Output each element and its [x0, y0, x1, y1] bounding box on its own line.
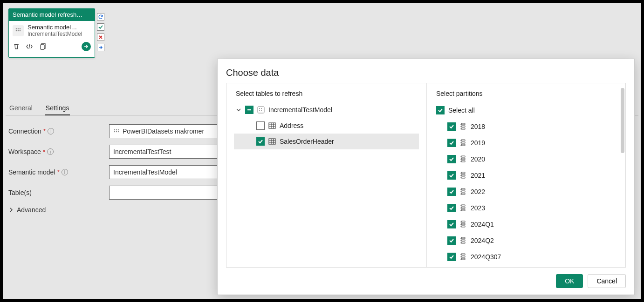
- svg-rect-33: [461, 188, 465, 190]
- svg-rect-28: [461, 158, 465, 160]
- model-checkbox[interactable]: [245, 106, 253, 114]
- partition-row[interactable]: 2021: [436, 167, 616, 183]
- chevron-right-icon: [8, 207, 14, 213]
- partition-row[interactable]: 2023: [436, 200, 616, 216]
- semanticmodel-label: Semantic model* i: [8, 168, 109, 176]
- svg-point-7: [114, 129, 115, 130]
- workspace-label: Workspace* i: [8, 148, 109, 155]
- partition-list: Select all 2018 2019 2020 2021: [427, 102, 625, 267]
- activity-card[interactable]: Semantic model refresh… Semantic model… …: [8, 8, 95, 58]
- partition-row[interactable]: 2020: [436, 151, 616, 167]
- partition-row[interactable]: 2024Q1: [436, 216, 616, 232]
- svg-rect-24: [461, 140, 465, 141]
- table-label: SalesOrderHeader: [280, 138, 334, 145]
- svg-rect-14: [258, 107, 264, 113]
- table-row[interactable]: Address: [234, 118, 419, 134]
- partition-label: 2024Q2: [471, 237, 494, 244]
- info-icon[interactable]: i: [48, 128, 54, 134]
- info-icon[interactable]: i: [62, 169, 68, 175]
- svg-rect-13: [247, 109, 251, 110]
- partition-checkbox[interactable]: [447, 204, 456, 212]
- svg-rect-26: [461, 144, 465, 146]
- ok-button[interactable]: OK: [556, 274, 583, 288]
- svg-rect-34: [461, 191, 465, 192]
- scrollbar[interactable]: [621, 88, 624, 153]
- partition-checkbox[interactable]: [447, 188, 456, 196]
- partitions-pane: Select partitions Select all 2018 2019: [427, 83, 625, 267]
- svg-rect-22: [461, 126, 465, 127]
- cancel-button[interactable]: Cancel: [588, 274, 626, 288]
- svg-point-4: [18, 30, 19, 31]
- partition-checkbox[interactable]: [447, 122, 456, 131]
- tables-tree: IncrementalTestModel Address SalesOrderH…: [226, 102, 426, 154]
- svg-rect-23: [461, 128, 465, 129]
- run-button[interactable]: [82, 42, 91, 51]
- svg-rect-30: [461, 172, 465, 174]
- table-row[interactable]: SalesOrderHeader: [234, 134, 419, 149]
- svg-rect-19: [269, 123, 275, 128]
- table-icon: [268, 138, 276, 145]
- model-node[interactable]: IncrementalTestModel: [234, 102, 419, 118]
- delete-icon[interactable]: [13, 43, 20, 50]
- table-checkbox[interactable]: [256, 137, 265, 146]
- svg-rect-38: [461, 209, 465, 211]
- partition-row[interactable]: 2024Q2: [436, 232, 616, 248]
- partition-row[interactable]: 2024Q307: [436, 248, 616, 265]
- skip-status-icon: [97, 44, 104, 51]
- svg-rect-46: [461, 256, 465, 257]
- select-all-checkbox[interactable]: [436, 106, 445, 114]
- svg-point-15: [259, 108, 260, 109]
- partition-row[interactable]: 2019: [436, 134, 616, 151]
- partition-label: 2021: [471, 172, 485, 179]
- success-status-icon: [97, 23, 104, 31]
- svg-point-3: [16, 30, 17, 31]
- dataset-icon: [13, 25, 24, 36]
- svg-rect-29: [461, 161, 465, 162]
- svg-rect-20: [269, 139, 275, 144]
- partition-checkbox[interactable]: [447, 220, 456, 228]
- svg-rect-35: [461, 193, 465, 195]
- tables-pane-title: Select tables to refresh: [226, 83, 426, 102]
- partition-icon: [459, 139, 467, 147]
- partition-icon: [459, 237, 467, 244]
- partition-label: 2019: [471, 139, 485, 147]
- svg-rect-31: [461, 174, 465, 176]
- svg-point-2: [20, 28, 21, 29]
- choose-data-dialog: Choose data Select tables to refresh Inc…: [217, 59, 635, 295]
- svg-point-17: [259, 110, 260, 111]
- activity-body: Semantic model… IncrementalTestModel: [9, 21, 95, 40]
- partition-checkbox[interactable]: [447, 139, 456, 147]
- select-all-row[interactable]: Select all: [436, 102, 616, 118]
- partition-checkbox[interactable]: [447, 155, 456, 163]
- tab-general[interactable]: General: [8, 101, 34, 115]
- partition-label: 2020: [471, 155, 485, 163]
- table-label: Address: [280, 122, 303, 129]
- svg-point-11: [116, 131, 117, 132]
- svg-point-18: [261, 110, 262, 111]
- tab-settings[interactable]: Settings: [45, 101, 70, 115]
- svg-point-9: [118, 129, 119, 130]
- partition-checkbox[interactable]: [447, 236, 456, 245]
- svg-rect-41: [461, 226, 465, 227]
- svg-point-5: [20, 30, 21, 31]
- svg-rect-45: [461, 254, 465, 255]
- partition-row[interactable]: 2018: [436, 118, 616, 134]
- svg-rect-32: [461, 177, 465, 178]
- partition-icon: [459, 253, 467, 261]
- tables-pane: Select tables to refresh IncrementalTest…: [226, 83, 427, 267]
- code-icon[interactable]: [26, 43, 33, 50]
- copy-icon[interactable]: [39, 43, 46, 50]
- partition-label: 2018: [471, 123, 485, 130]
- partition-row[interactable]: 2022: [436, 183, 616, 200]
- partition-icon: [459, 155, 467, 163]
- info-icon[interactable]: i: [47, 148, 54, 155]
- select-all-label: Select all: [448, 107, 475, 114]
- svg-rect-36: [461, 205, 465, 206]
- table-icon: [268, 122, 276, 129]
- partition-checkbox[interactable]: [447, 171, 456, 180]
- table-checkbox[interactable]: [256, 121, 265, 130]
- partition-icon: [459, 204, 467, 212]
- svg-rect-47: [461, 258, 465, 260]
- dialog-title: Choose data: [218, 59, 634, 83]
- partition-checkbox[interactable]: [447, 253, 456, 261]
